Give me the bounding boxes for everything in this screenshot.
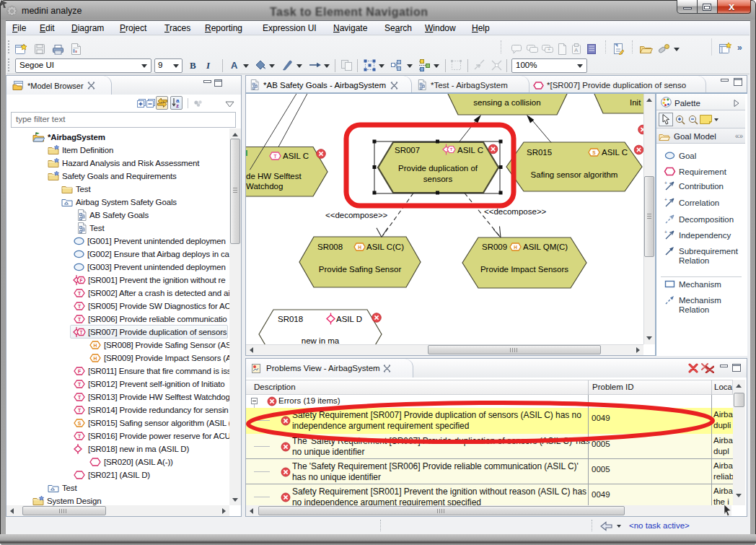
svg-text:ASIL C(C): ASIL C(C) <box>366 243 404 251</box>
svg-text:+: + <box>664 197 667 202</box>
svg-text:H: H <box>94 356 97 361</box>
svg-text:T: T <box>80 330 83 335</box>
svg-text:SR015: SR015 <box>527 148 552 157</box>
svg-text:ASIL C: ASIL C <box>457 146 483 154</box>
svg-text:S: S <box>78 421 82 426</box>
svg-text:<<decompose>>: <<decompose>> <box>484 207 547 216</box>
svg-text:Provide Safing Sensor: Provide Safing Sensor <box>319 265 402 274</box>
svg-text:+: + <box>664 180 667 186</box>
svg-text:-: - <box>669 197 671 201</box>
svg-text:new in ma: new in ma <box>302 336 340 344</box>
svg-text:H: H <box>94 343 97 348</box>
svg-text:de HW Selftest: de HW Selftest <box>246 172 302 180</box>
svg-text:SR007: SR007 <box>395 146 420 154</box>
svg-text:-: - <box>669 180 671 185</box>
svg-text:SR009: SR009 <box>482 243 507 251</box>
svg-text:SR018: SR018 <box>278 315 303 323</box>
svg-text:-: - <box>669 230 671 234</box>
svg-text:sensors: sensors <box>423 175 453 183</box>
svg-text:T: T <box>274 154 277 159</box>
svg-text:ASIL QM(C): ASIL QM(C) <box>523 243 568 251</box>
svg-text:T: T <box>450 147 453 152</box>
svg-text:H: H <box>514 245 517 250</box>
svg-text:SR008: SR008 <box>317 243 343 251</box>
svg-text:Init: Init <box>630 98 641 107</box>
svg-text:F: F <box>80 278 83 283</box>
svg-text:F: F <box>78 369 81 374</box>
svg-text:S: S <box>592 150 596 155</box>
svg-text:Watchdog: Watchdog <box>246 182 283 191</box>
svg-text:Safing sensor algorithm: Safing sensor algorithm <box>531 170 618 179</box>
svg-text:ASIL C: ASIL C <box>602 148 628 157</box>
svg-text:sensing a collision: sensing a collision <box>473 98 540 107</box>
svg-text:Provide duplication of: Provide duplication of <box>398 164 478 173</box>
svg-text:Provide Impact Sensors: Provide Impact Sensors <box>480 265 568 274</box>
svg-text:ASIL C: ASIL C <box>283 152 309 160</box>
svg-text:+: + <box>664 230 667 235</box>
svg-text:<<decompose>>: <<decompose>> <box>325 211 388 219</box>
svg-text:ASIL D: ASIL D <box>336 315 362 323</box>
svg-text:z: z <box>176 103 179 108</box>
svg-text:H: H <box>358 245 361 250</box>
svg-text:+: + <box>548 47 550 52</box>
svg-text:A: A <box>574 47 579 53</box>
